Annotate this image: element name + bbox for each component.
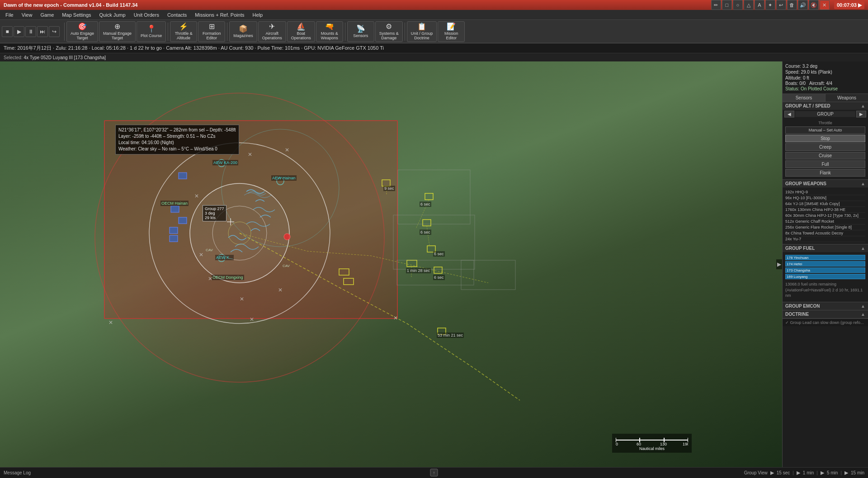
selected-bar: Selected: 4x Type 052D Luyang III [173 C… [0,53,868,61]
menu-missions[interactable]: Missions + Ref. Points [191,11,248,19]
play-button[interactable]: ▶ [14,26,24,37]
cruise-speed-button[interactable]: Cruise [785,152,865,159]
mission-editor-button[interactable]: 📝 MissionEditor [438,21,465,42]
map-area[interactable]: ✕ ✕ ✕ ✕ ✕ ✕ ✕ ✕ ✕ ✕ CAV CAV [0,61,782,467]
toolbar-sep-2 [168,23,168,41]
throttle-content: Throttle Manual – Set Auto Stop Creep Cr… [783,118,868,179]
aircraft-label: AircraftOperations [262,32,282,41]
right-panel: Course: 3.2 deg Speed: 29.0 kts (Plank) … [782,61,868,467]
group-nav-label: GROUP [795,111,855,117]
throttle-value[interactable]: Manual – Set Auto [785,127,865,134]
sensors-button[interactable]: 📡 Sensors [347,21,374,42]
mute-icon[interactable]: 🔇 [809,0,819,10]
menu-contacts[interactable]: Contacts [164,11,190,19]
toolbar-icons-top: ✏ □ ○ △ A ✦ ↩ 🗑 🔊 🔇 ✕ [710,0,830,11]
delete-icon[interactable]: 🗑 [787,0,797,10]
weapons-list: 192x HHQ-9 96x HQ-10 [FL-3000N] 64x YJ-1… [783,187,868,244]
fuel-bar-hefei: 174 Hefei [785,261,865,267]
oecm-dongxing-label: OECM Dongxing [212,275,244,280]
group-next-button[interactable]: ▶ [856,111,866,117]
fast-forward-button[interactable]: ⏭ [37,26,48,37]
plot-course-button[interactable]: 📍 Plot Course [137,21,166,42]
emcon-collapse-icon[interactable]: ▲ [861,304,865,309]
formation-editor-button[interactable]: ⊞ FormationEditor [198,21,225,42]
full-speed-button[interactable]: Full [785,160,865,168]
menu-unit-orders[interactable]: Unit Orders [130,11,163,19]
weapon-yj18: 64x YJ-18 [3M54E Klub Copy] [785,201,865,207]
triangle-icon[interactable]: △ [744,0,754,10]
group-weapons-section: GROUP WEAPONS ▲ 192x HHQ-9 96x HQ-10 [FL… [783,180,868,244]
undo-icon[interactable]: ↩ [776,0,786,10]
step-button[interactable]: ↪ [49,26,60,37]
group-speed: 29 kts [205,216,224,220]
bottom-bar: Message Log ↑ Group View ▶ 15 sec | ▶ 1 … [0,467,868,478]
doctrine-collapse-icon[interactable]: ▲ [861,312,865,317]
menu-help[interactable]: Help [249,11,266,19]
group-lead-note: ✓ Group Lead can slow down (group refo..… [783,319,868,326]
auto-engage-icon: 🎯 [78,22,87,31]
close-icon[interactable]: ✕ [820,0,830,10]
weapon-chaff: 512x Generic Chaff Rocket [785,219,865,225]
rect-icon[interactable]: □ [722,0,732,10]
doctrine-section: DOCTRINE ▲ [783,310,868,319]
magazines-button[interactable]: 📦 Magazines [229,21,257,42]
throttle-label: Throttle &Altitude [175,32,193,41]
selected-label: Selected: [4,55,23,60]
unit-doctrine-button[interactable]: 📋 Unit / GroupDoctrine [407,21,437,42]
formation-icon: ⊞ [209,22,215,31]
play-2-button[interactable]: ▶ [797,470,800,476]
upload-icon-center[interactable]: ↑ [429,468,439,478]
tab-sensors[interactable]: Sensors [783,94,826,102]
systems-damage-button[interactable]: ⚙ Systems &Damage [375,21,403,42]
menu-map-settings[interactable]: Map Settings [58,11,94,19]
star-icon[interactable]: ✦ [765,0,775,10]
mounts-weapons-button[interactable]: 🔫 Mounts &Weapons [316,21,343,42]
panel-tabs: Sensors Weapons [783,94,868,102]
text-icon[interactable]: A [755,0,764,10]
plot-course-label: Plot Course [141,34,162,38]
menu-file[interactable]: File [2,11,17,19]
play-3-button[interactable]: ▶ [821,470,824,476]
weapons-collapse-icon[interactable]: ▲ [861,181,865,186]
app-title: Dawn of the new epoch - Command v1.04 - … [4,2,137,8]
stop-speed-button[interactable]: Stop [785,135,865,142]
map-tooltip: N21°36'17", E107°20'32" – 282nm from sel… [115,125,239,155]
doctrine-header: DOCTRINE ▲ [783,310,868,318]
pencil-icon[interactable]: ✏ [711,0,721,10]
group-prev-button[interactable]: ◀ [784,111,794,117]
aircraft-ops-button[interactable]: ✈ AircraftOperations [258,21,286,42]
play-4-button[interactable]: ▶ [844,470,848,476]
menu-quick-jump[interactable]: Quick Jump [96,11,129,19]
play-1-button[interactable]: ▶ [770,470,774,476]
scale-unit: Nautical miles [616,446,688,451]
menu-view[interactable]: View [18,11,36,19]
group-name: Group 277 [205,206,224,211]
map-scroll-arrow[interactable]: ▶ [776,259,782,269]
unit-speed: Speed: 29.0 kts (Plank) [785,69,865,75]
mission-label: MissionEditor [444,32,458,41]
auto-engage-button[interactable]: 🎯 Auto EngageTarget [66,21,98,42]
tab-weapons[interactable]: Weapons [826,94,868,102]
weapon-hhq9: 192x HHQ-9 [785,189,865,195]
flank-speed-button[interactable]: Flank [785,169,865,177]
tooltip-layer: Layer: -259ft to -440ft – Strength: 0.51… [118,133,236,140]
menu-game[interactable]: Game [37,11,57,19]
creep-speed-button[interactable]: Creep [785,143,865,151]
throttle-altitude-button[interactable]: ⚡ Throttle &Altitude [170,21,197,42]
tooltip-weather: Weather: Clear sky – No rain – 5°C – Win… [118,146,236,152]
toolbar-sep-5 [405,23,405,41]
stop-button[interactable]: ■ [2,26,13,37]
unit-altitude: Altitude: 0 ft [785,75,865,81]
doctrine-label: Unit / GroupDoctrine [411,32,433,41]
status-bar: Time: 2016年7月12日 · Zulu: 21:16:28 · Loca… [0,43,868,53]
aew-k-label: AEW K... [215,255,234,260]
volume-icon[interactable]: 🔊 [798,0,808,10]
manual-engage-button[interactable]: ⊕ Manual EngageTarget [99,21,136,42]
circle-icon[interactable]: ○ [733,0,743,10]
collapse-icon[interactable]: ▲ [861,103,865,108]
pause-button[interactable]: ⏸ [25,26,36,37]
systems-icon: ⚙ [386,22,392,31]
fuel-collapse-icon[interactable]: ▲ [861,246,865,251]
magazines-label: Magazines [233,34,253,38]
boat-ops-button[interactable]: ⛵ BoatOperations [287,21,315,42]
